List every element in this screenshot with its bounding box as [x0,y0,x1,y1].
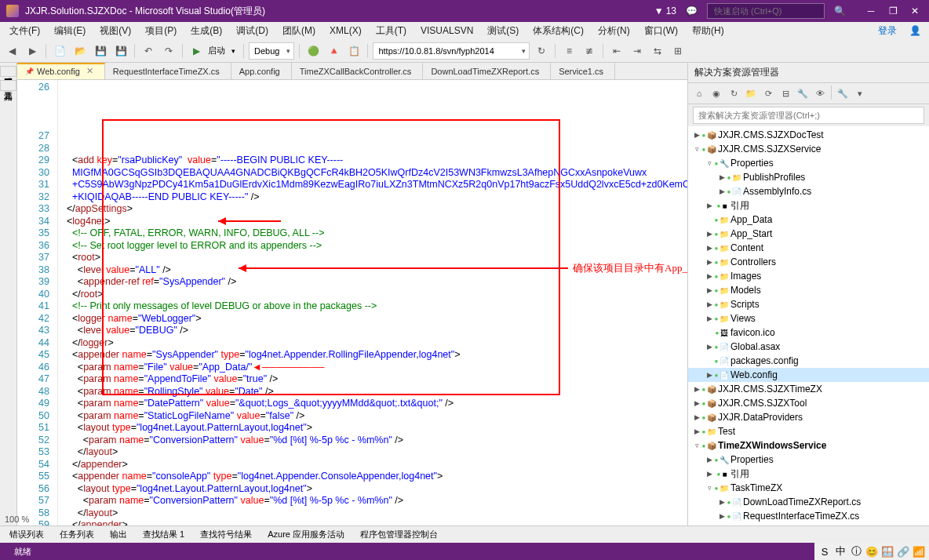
tree-node[interactable]: ▶●📁Controllers [688,255,929,269]
tree-node[interactable]: ●🖼favicon.ico [688,325,929,340]
menu-item[interactable]: 项目(P) [139,23,183,39]
svn-history-icon[interactable]: 📋 [345,42,362,60]
feedback-icon[interactable]: 💬 [686,5,698,16]
solution-search-input[interactable] [693,107,924,124]
tree-node[interactable]: ▶●📄AssemblyInfo.cs [688,184,929,198]
toolbox-tab[interactable]: 工具箱 [0,80,16,91]
nav-forward-icon[interactable]: ▶ [24,42,41,60]
tree-node[interactable]: ▿●📁TaskTimeZX [688,481,929,495]
sync-icon[interactable]: ↻ [726,85,741,101]
tree-node[interactable]: ▶●📦JXJR.CMS.SJZXTimeZX [688,382,929,396]
bottom-tab[interactable]: 程序包管理器控制台 [354,527,444,542]
menu-item[interactable]: 团队(M) [276,23,322,39]
uncomment-icon[interactable]: ≢ [581,42,598,60]
tree-node[interactable]: ▶●📄App.config [688,523,929,525]
svn-update-icon[interactable]: 🔺 [325,42,342,60]
collapse-icon[interactable]: ⊟ [778,85,793,101]
tray-icon[interactable]: 🪟 [880,544,894,558]
user-icon[interactable]: 👤 [905,24,926,38]
undo-icon[interactable]: ↶ [140,42,157,60]
indent-icon[interactable]: ⇆ [649,42,666,60]
tree-node[interactable]: ▶●📦JXJR.CMS.SJZXTool [688,396,929,410]
menu-item[interactable]: 分析(N) [592,23,636,39]
menu-item[interactable]: 工具(T) [370,23,413,39]
save-all-icon[interactable]: 💾 [112,42,129,60]
back-icon[interactable]: ◉ [709,85,724,101]
tree-node[interactable]: ▶●📁Views [688,311,929,325]
solution-tree[interactable]: ▶●📦JXJR.CMS.SJZXDocTest▿●📦JXJR.CMS.SJZXS… [688,126,929,525]
tree-node[interactable]: ▿●📦TimeZXWindowsService [688,438,929,453]
comment-icon[interactable]: ≡ [560,42,577,60]
tree-node[interactable]: ▶●📦JXJR.CMS.SJZXDocTest [688,128,929,142]
svn-url-combo[interactable]: https://10.0.81.8/svn/fyph2014 [373,42,530,60]
tree-node[interactable]: ▶●📁Images [688,269,929,283]
notifications-button[interactable]: ▼13 [654,5,676,16]
menu-item[interactable]: 编辑(E) [48,23,92,39]
tray-icon[interactable]: 中 [833,544,847,558]
login-link[interactable]: 登录 [872,23,903,39]
minimize-button[interactable]: ─ [863,4,879,18]
tree-node[interactable]: ●📄packages.config [688,354,929,368]
tree-node[interactable]: ▿●📦JXJR.CMS.SJZXService [688,142,929,156]
menu-item[interactable]: 生成(B) [184,23,228,39]
bottom-tab[interactable]: 输出 [104,527,133,542]
quick-launch-search-icon[interactable]: 🔍 [834,5,846,16]
save-icon[interactable]: 💾 [92,42,109,60]
bottom-tab[interactable]: 错误列表 [3,527,50,542]
bottom-tab[interactable]: Azure 应用服务活动 [261,527,351,542]
format-icon[interactable]: ⊞ [669,42,687,60]
menu-item[interactable]: XML(X) [323,24,368,38]
zoom-level[interactable]: 100 % [0,513,41,525]
new-project-icon[interactable]: 📄 [51,42,68,60]
bottom-tab[interactable]: 任务列表 [53,527,100,542]
document-tab[interactable]: 📌Web.config✕ [17,63,105,79]
menu-item[interactable]: VISUALSVN [414,24,479,38]
properties-icon[interactable]: 🔧 [795,85,811,101]
open-file-icon[interactable]: 📂 [71,42,89,60]
document-tab[interactable]: TimeZXCallBackController.cs [292,63,424,79]
search-dropdown-icon[interactable]: ▾ [852,85,868,101]
show-all-icon[interactable]: 📁 [743,85,759,101]
tree-node[interactable]: ▶●📁Models [688,283,929,297]
nav-back-icon[interactable]: ◀ [3,42,20,60]
tray-icon[interactable]: 😊 [865,544,879,558]
start-button[interactable]: ▶ [188,42,205,60]
indent-less-icon[interactable]: ⇤ [608,42,625,60]
menu-item[interactable]: 文件(F) [3,23,46,39]
tree-node[interactable]: ▿●🔧Properties [688,156,929,170]
tree-node[interactable]: ▶●📦JXJR.DataProviders [688,410,929,424]
tray-icon[interactable]: ⓘ [849,544,863,558]
refresh-icon[interactable]: ⟳ [760,85,776,101]
tree-node[interactable]: ▶●📄Global.asax [688,340,929,354]
bottom-tab[interactable]: 查找结果 1 [137,527,191,542]
wrench-icon[interactable]: 🔧 [835,85,851,101]
tree-node[interactable]: ▶●🔧Properties [688,453,929,467]
tree-node[interactable]: ▶●📁Scripts [688,297,929,311]
document-tab[interactable]: RequestInterfaceTimeZX.cs [105,63,231,79]
indent-more-icon[interactable]: ⇥ [628,42,646,60]
menu-item[interactable]: 视图(V) [93,23,137,39]
tray-icon[interactable]: S [818,544,832,558]
code-editor[interactable]: 2627282930313233343536373839404142434445… [17,80,687,525]
redo-icon[interactable]: ↷ [160,42,177,60]
svn-commit-icon[interactable]: 🟢 [304,42,322,60]
menu-item[interactable]: 调试(D) [230,23,275,39]
tree-node[interactable]: ▶●📄RequestInterfaceTimeZX.cs [688,509,929,523]
config-dropdown[interactable]: Debug [249,42,294,60]
svn-refresh-icon[interactable]: ↻ [533,42,550,60]
menu-item[interactable]: 体系结构(C) [526,23,590,39]
tree-node[interactable]: ▶●📁PublishProfiles [688,170,929,184]
tree-node[interactable]: ▶●📁App_Start [688,227,929,241]
tree-node[interactable]: ▶●📄DownLoadTimeZXReport.cs [688,495,929,509]
document-tab[interactable]: DownLoadTimeZXReport.cs [423,63,551,79]
tree-node[interactable]: ▶●■引用 [688,467,929,481]
server-explorer-tab[interactable]: 服务器资源管理器 [0,66,16,77]
tree-node[interactable]: ▶●📁Test [688,424,929,438]
tree-node[interactable]: ●📁App_Data [688,213,929,227]
menu-item[interactable]: 帮助(H) [686,23,730,39]
tray-icon[interactable]: 📶 [912,544,926,558]
tray-icon[interactable]: 🔗 [896,544,910,558]
home-icon[interactable]: ⌂ [691,85,707,101]
tree-node[interactable]: ▶●■引用 [688,198,929,213]
document-tab[interactable]: Service1.cs [551,63,615,79]
